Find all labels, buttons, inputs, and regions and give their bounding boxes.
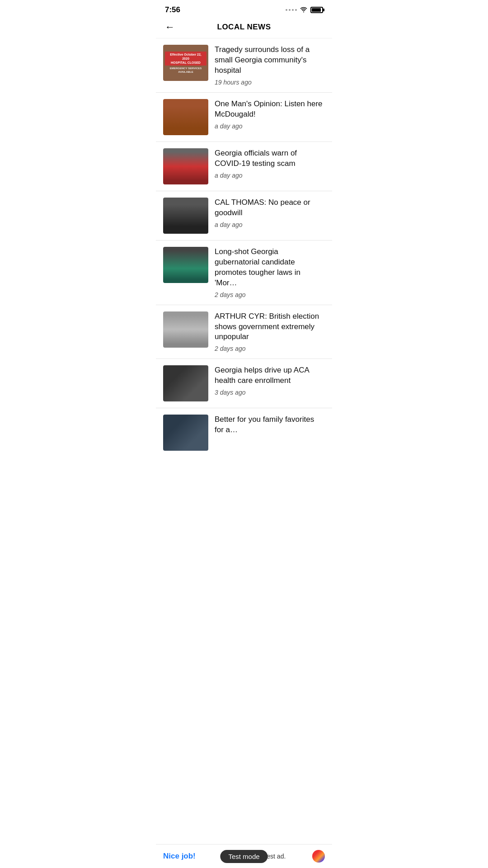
status-icons <box>286 6 323 14</box>
news-headline: Long-shot Georgia gubernatorial candidat… <box>215 247 325 288</box>
news-time: 2 days ago <box>215 291 325 298</box>
status-bar: 7:56 <box>156 0 332 18</box>
news-headline: One Man's Opinion: Listen here McDougald… <box>215 99 325 120</box>
nice-label: Nice job! <box>163 852 196 861</box>
test-bar: Nice job! Test mode This is a $0.50 test… <box>156 844 332 868</box>
news-headline: Georgia helps drive up ACA health care e… <box>215 365 325 386</box>
news-time: a day ago <box>215 123 325 130</box>
list-item[interactable]: CAL THOMAS: No peace or goodwilla day ag… <box>156 191 332 241</box>
news-thumbnail: Effective October 22, 2020HOSPITAL CLOSE… <box>163 45 208 81</box>
news-thumbnail <box>163 148 208 184</box>
news-thumbnail <box>163 415 208 451</box>
news-content: Long-shot Georgia gubernatorial candidat… <box>215 247 325 298</box>
list-item[interactable]: Georgia officials warn of COVID-19 testi… <box>156 142 332 191</box>
test-mode-pill: Test mode <box>220 850 267 863</box>
news-content: Tragedy surrounds loss of a small Georgi… <box>215 45 325 86</box>
list-item[interactable]: Better for you family favorites for a… <box>156 408 332 457</box>
wifi-icon <box>300 6 308 14</box>
signal-icon <box>286 9 297 11</box>
back-button[interactable]: ← <box>165 21 175 33</box>
news-content: One Man's Opinion: Listen here McDougald… <box>215 99 325 130</box>
news-headline: CAL THOMAS: No peace or goodwill <box>215 198 325 218</box>
news-thumbnail <box>163 99 208 135</box>
list-item[interactable]: ARTHUR CYR: British election shows gover… <box>156 305 332 359</box>
battery-icon <box>310 7 323 13</box>
news-time: 2 days ago <box>215 345 325 352</box>
news-headline: ARTHUR CYR: British election shows gover… <box>215 311 325 343</box>
news-time: 19 hours ago <box>215 79 325 86</box>
news-time: 3 days ago <box>215 389 325 396</box>
news-time: a day ago <box>215 172 325 179</box>
nav-bar: ← LOCAL NEWS <box>156 18 332 38</box>
news-thumbnail <box>163 311 208 348</box>
status-time: 7:56 <box>165 5 180 14</box>
news-list: Effective October 22, 2020HOSPITAL CLOSE… <box>156 38 332 457</box>
list-item[interactable]: Georgia helps drive up ACA health care e… <box>156 359 332 408</box>
news-content: Better for you family favorites for a… <box>215 415 325 438</box>
news-headline: Georgia officials warn of COVID-19 testi… <box>215 148 325 169</box>
news-thumbnail <box>163 365 208 401</box>
news-headline: Tragedy surrounds loss of a small Georgi… <box>215 45 325 76</box>
news-time: a day ago <box>215 221 325 228</box>
page-title: LOCAL NEWS <box>217 23 271 32</box>
news-thumbnail <box>163 198 208 234</box>
news-content: ARTHUR CYR: British election shows gover… <box>215 311 325 353</box>
list-item[interactable]: Long-shot Georgia gubernatorial candidat… <box>156 241 332 305</box>
news-content: CAL THOMAS: No peace or goodwilla day ag… <box>215 198 325 228</box>
list-item[interactable]: Effective October 22, 2020HOSPITAL CLOSE… <box>156 38 332 93</box>
ad-logo <box>312 850 325 863</box>
news-content: Georgia officials warn of COVID-19 testi… <box>215 148 325 179</box>
news-headline: Better for you family favorites for a… <box>215 415 325 435</box>
news-thumbnail <box>163 247 208 283</box>
list-item[interactable]: One Man's Opinion: Listen here McDougald… <box>156 93 332 142</box>
news-content: Georgia helps drive up ACA health care e… <box>215 365 325 396</box>
